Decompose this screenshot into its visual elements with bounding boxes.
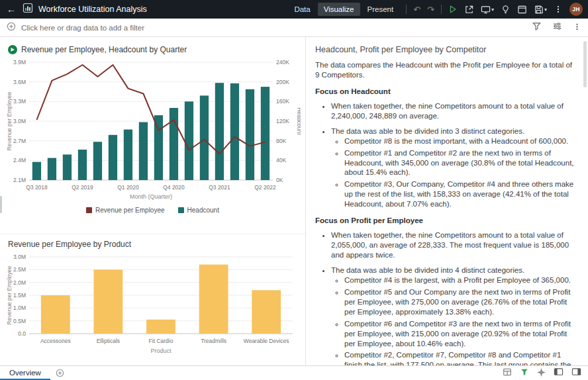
canvas-tab-overview[interactable]: Overview xyxy=(0,366,50,380)
canvas-window-icon[interactable] xyxy=(517,5,527,15)
panel-collapse-handle[interactable] xyxy=(0,196,2,213)
left-panel-toggle-icon[interactable] xyxy=(554,367,564,379)
headcount-bar[interactable] xyxy=(109,135,117,180)
panel-scrollbar[interactable] xyxy=(583,41,587,87)
back-button[interactable]: ← xyxy=(5,4,17,15)
export-icon[interactable] xyxy=(464,5,474,15)
tab-data[interactable]: Data xyxy=(288,3,316,16)
headcount-bar[interactable] xyxy=(185,101,193,180)
svg-text:Q4 2020: Q4 2020 xyxy=(163,184,185,191)
header-kebab-menu-icon[interactable] xyxy=(554,5,563,14)
app-window: ← Workforce Utilization Analysis Data Vi… xyxy=(0,0,588,380)
product-bar[interactable] xyxy=(199,265,228,334)
filter-bar-prompt[interactable]: Click here or drag data to add a filter xyxy=(21,24,144,32)
combo-chart[interactable]: 2.1M0K2.4M40K2.7M80K3.0M120K3.3M160K3.6M… xyxy=(5,57,301,205)
add-canvas-button[interactable] xyxy=(56,369,64,377)
headcount-bar[interactable] xyxy=(48,158,56,180)
narrative-subbullet: Competitor #5 and Our Company are the ne… xyxy=(344,287,575,317)
bottom-bar: Overview xyxy=(0,365,588,380)
headcount-bar[interactable] xyxy=(154,115,163,180)
headcount-bar[interactable] xyxy=(200,95,209,180)
headcount-bar[interactable] xyxy=(32,162,41,180)
chart-title: Revenue per Employee, Headcount by Quart… xyxy=(21,45,187,54)
product-bar[interactable] xyxy=(252,290,281,334)
product-bar[interactable] xyxy=(146,320,175,334)
header-divider xyxy=(406,5,407,14)
preview-play-button[interactable] xyxy=(448,5,458,14)
tab-visualize[interactable]: Visualize xyxy=(318,3,360,16)
svg-text:Q2 2022: Q2 2022 xyxy=(254,184,276,191)
product-bar-chart-card[interactable]: Revenue per Employee by Product 0.00.5M1… xyxy=(0,234,305,365)
canvas-area: Revenue per Employee, Headcount by Quart… xyxy=(0,37,588,365)
filter-settings-icon[interactable] xyxy=(552,21,562,34)
headcount-bar[interactable] xyxy=(93,142,102,180)
svg-text:3.6M: 3.6M xyxy=(13,79,26,85)
svg-text:240K: 240K xyxy=(276,59,289,66)
add-filter-plus-icon[interactable] xyxy=(7,22,16,34)
save-icon[interactable]: ▾ xyxy=(534,5,547,15)
narrative-sublist: Competitor #4 is the largest, with a Pro… xyxy=(331,275,575,365)
product-bar[interactable] xyxy=(94,269,123,334)
svg-text:1.0M: 1.0M xyxy=(13,305,26,311)
narrative-heading: Focus on Headcount xyxy=(315,87,575,97)
legend-label: Revenue per Employee xyxy=(95,207,165,214)
narrative-heading: Focus on Profit per Employee xyxy=(315,216,575,226)
legend-item[interactable]: Revenue per Employee xyxy=(86,207,165,214)
svg-text:Revenue per Employee: Revenue per Employee xyxy=(6,91,13,150)
svg-text:160K: 160K xyxy=(276,98,289,105)
chart-title: Revenue per Employee by Product xyxy=(8,240,131,249)
tab-present[interactable]: Present xyxy=(362,3,400,16)
insights-lightbulb-icon[interactable] xyxy=(501,5,511,15)
svg-text:Treadmills: Treadmills xyxy=(201,338,226,344)
legend-item[interactable]: Headcount xyxy=(178,207,219,214)
canvas-layout-icon[interactable] xyxy=(503,367,512,379)
svg-text:Revenue per Employee: Revenue per Employee xyxy=(6,265,13,324)
svg-text:Wearable Devices: Wearable Devices xyxy=(244,338,289,344)
sparkle-icon[interactable] xyxy=(537,367,546,379)
headcount-bar[interactable] xyxy=(246,89,254,180)
filter-bar: Click here or drag data to add a filter xyxy=(0,19,588,37)
headcount-bar[interactable] xyxy=(230,83,239,180)
visualizations-column: Revenue per Employee, Headcount by Quart… xyxy=(0,37,306,365)
product-bar[interactable] xyxy=(41,295,70,334)
present-display-icon[interactable]: ▾ xyxy=(481,5,494,15)
svg-text:Q3 2018: Q3 2018 xyxy=(26,184,48,191)
svg-text:200K: 200K xyxy=(276,79,289,85)
headcount-bar[interactable] xyxy=(215,83,224,180)
svg-text:2.5M: 2.5M xyxy=(13,266,26,273)
narrative-sublist: Competitor #8 is the most important, wit… xyxy=(331,136,575,210)
svg-text:Q3 2021: Q3 2021 xyxy=(209,184,230,191)
narrative-list: When taken together, the nine Competitor… xyxy=(315,230,575,365)
chevron-down-icon: ▾ xyxy=(491,7,494,13)
headcount-bar[interactable] xyxy=(170,108,178,180)
filter-funnel-icon[interactable] xyxy=(532,21,542,34)
svg-text:Q2 2019: Q2 2019 xyxy=(72,184,93,191)
bar-chart-title-row: Revenue per Employee by Product xyxy=(8,238,300,250)
headcount-bar[interactable] xyxy=(124,130,132,180)
top-header: ← Workforce Utilization Analysis Data Vi… xyxy=(0,0,588,19)
headcount-bar[interactable] xyxy=(139,122,148,181)
narrative-subbullet: Competitor #4 is the largest, with a Pro… xyxy=(344,275,575,285)
user-avatar[interactable]: JH xyxy=(569,3,583,16)
mode-tabs: Data Visualize Present xyxy=(288,3,399,16)
narrative-subbullet: Competitor #3, Our Company, Competitor #… xyxy=(344,179,575,209)
svg-text:Headcount: Headcount xyxy=(296,107,301,135)
filterbar-kebab-menu-icon[interactable] xyxy=(573,22,581,34)
product-bar-chart[interactable]: 0.00.5M1.0M1.5M2.0M2.5M3.0MAccessoriesEl… xyxy=(5,252,301,361)
svg-text:40K: 40K xyxy=(276,157,286,164)
canvas-filters-icon[interactable] xyxy=(520,367,529,379)
svg-text:Ellipticals: Ellipticals xyxy=(97,338,120,344)
headcount-bar[interactable] xyxy=(78,150,87,180)
headcount-bar[interactable] xyxy=(63,154,72,180)
headcount-bar[interactable] xyxy=(261,87,270,180)
combo-chart-card[interactable]: Revenue per Employee, Headcount by Quart… xyxy=(0,37,305,234)
narrative-panel: Headcount, Profit per Employee by Compet… xyxy=(306,37,588,365)
redo-icon[interactable]: ↷ xyxy=(427,5,434,14)
narrative-subbullet: Competitor #2, Competitor #7, Competitor… xyxy=(344,350,575,365)
right-panel-toggle-icon[interactable] xyxy=(571,367,581,379)
svg-text:Q1 2020: Q1 2020 xyxy=(117,184,139,191)
svg-text:0K: 0K xyxy=(276,177,283,183)
narrative-subbullet: Competitor #8 is the most important, wit… xyxy=(344,136,575,146)
svg-text:2.0M: 2.0M xyxy=(13,279,26,286)
undo-icon[interactable]: ↶ xyxy=(413,5,420,14)
